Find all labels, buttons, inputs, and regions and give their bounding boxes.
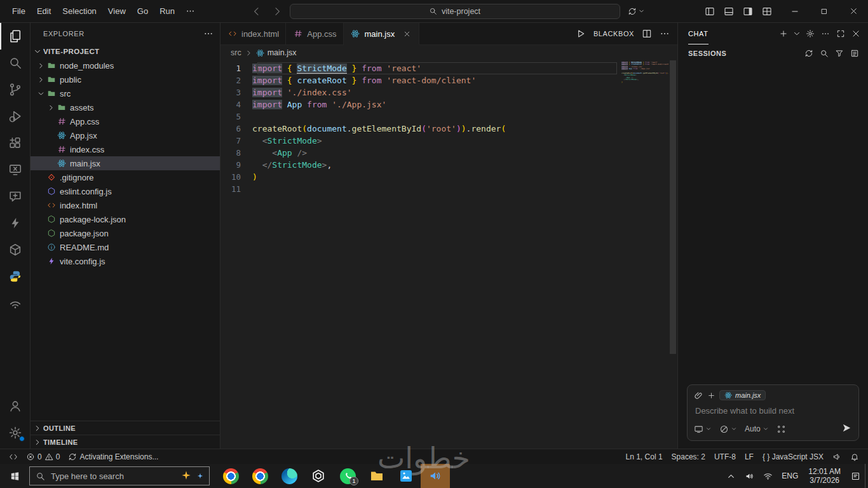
tree-item-.gitignore[interactable]: .gitignore bbox=[31, 170, 220, 184]
code-line-2[interactable]: 2import { createRoot } from 'react-dom/c… bbox=[220, 74, 677, 86]
code-line-8[interactable]: 8 <App /> bbox=[220, 147, 677, 159]
activity-files[interactable] bbox=[0, 23, 31, 50]
taskbar-search[interactable]: Type here to search bbox=[29, 466, 210, 485]
show-desktop-button[interactable] bbox=[865, 464, 868, 488]
tray-expand-button[interactable] bbox=[722, 464, 740, 488]
tree-item-index.html[interactable]: index.html bbox=[31, 198, 220, 212]
chevron-right-icon[interactable] bbox=[46, 102, 56, 112]
remote-indicator[interactable] bbox=[6, 450, 20, 464]
activity-debug[interactable] bbox=[0, 103, 31, 130]
tree-item-vite.config.js[interactable]: vite.config.js bbox=[31, 254, 220, 268]
code-line-5[interactable]: 5 bbox=[220, 111, 677, 123]
encoding[interactable]: UTF-8 bbox=[712, 450, 738, 464]
chevron-right-icon[interactable] bbox=[36, 60, 46, 71]
menu-overflow[interactable] bbox=[180, 3, 200, 20]
taskbar-app-edge[interactable] bbox=[275, 464, 304, 488]
close-panel-icon[interactable] bbox=[849, 27, 863, 41]
chat-input-box[interactable]: main.jsx Describe what to build next Aut… bbox=[687, 384, 859, 441]
activity-search[interactable] bbox=[0, 50, 31, 76]
mode-selector[interactable] bbox=[719, 424, 737, 434]
activity-chat-plus[interactable] bbox=[0, 183, 31, 210]
code-line-3[interactable]: 3import './index.css' bbox=[220, 86, 677, 98]
minimize-button[interactable] bbox=[780, 0, 810, 22]
code-line-6[interactable]: 6createRoot(document.getElementById('roo… bbox=[220, 123, 677, 135]
notifications-button[interactable] bbox=[848, 450, 862, 464]
tree-item-main.jsx[interactable]: main.jsx bbox=[31, 156, 220, 170]
run-icon[interactable] bbox=[576, 29, 586, 39]
breadcrumb-folder[interactable]: src bbox=[231, 48, 241, 57]
code-line-4[interactable]: 4import App from './App.jsx' bbox=[220, 98, 677, 111]
add-context-icon[interactable] bbox=[707, 391, 715, 400]
announcement-button[interactable] bbox=[830, 450, 844, 464]
taskbar-app-folder-app[interactable] bbox=[362, 464, 391, 488]
code-editor[interactable]: 1import { StrictMode } from 'react'2impo… bbox=[220, 60, 677, 449]
menu-run[interactable]: Run bbox=[154, 3, 180, 20]
timeline-section[interactable]: TIMELINE bbox=[31, 435, 220, 449]
toggle-secondary-sidebar-icon[interactable] bbox=[740, 3, 756, 20]
breadcrumb-file[interactable]: main.jsx bbox=[268, 48, 297, 57]
toggle-sidebar-icon[interactable] bbox=[702, 3, 718, 20]
taskbar-app-chrome-1[interactable] bbox=[216, 464, 245, 488]
status-message[interactable]: Activating Extensions... bbox=[65, 450, 161, 464]
back-arrow-icon[interactable] bbox=[249, 4, 264, 19]
menu-file[interactable]: File bbox=[6, 3, 31, 20]
activity-remote-x[interactable] bbox=[0, 156, 31, 183]
sessions-list-icon[interactable] bbox=[848, 46, 862, 60]
attach-icon[interactable] bbox=[694, 391, 703, 400]
chat-settings-icon[interactable] bbox=[803, 27, 817, 41]
tree-item-public[interactable]: public bbox=[31, 72, 220, 86]
customize-layout-icon[interactable] bbox=[759, 3, 775, 20]
taskbar-app-photos-app[interactable] bbox=[391, 464, 421, 488]
network-button[interactable] bbox=[759, 464, 777, 488]
tree-item-assets[interactable]: assets bbox=[31, 100, 220, 114]
search-sessions-icon[interactable] bbox=[817, 46, 831, 60]
tab-index.html[interactable]: index.html bbox=[220, 23, 286, 44]
split-editor-icon[interactable] bbox=[642, 29, 652, 39]
maximize-button[interactable] bbox=[810, 0, 839, 22]
project-root-row[interactable]: VITE-PROJECT bbox=[31, 44, 220, 58]
activity-bolt[interactable] bbox=[0, 210, 31, 236]
code-line-11[interactable]: 11 bbox=[220, 183, 677, 195]
chevron-down-icon[interactable] bbox=[36, 88, 46, 98]
filter-sessions-icon[interactable] bbox=[832, 46, 846, 60]
forward-arrow-icon[interactable] bbox=[269, 4, 285, 19]
activity-python[interactable] bbox=[0, 263, 31, 290]
model-selector[interactable]: Auto bbox=[745, 424, 769, 433]
chat-panel-title[interactable]: CHAT bbox=[688, 23, 709, 44]
language-indicator[interactable]: ENG bbox=[777, 464, 803, 488]
tree-item-App.jsx[interactable]: App.jsx bbox=[31, 128, 220, 142]
send-button[interactable] bbox=[841, 423, 852, 435]
taskbar-app-whatsapp[interactable]: 1 bbox=[333, 464, 362, 488]
clock[interactable]: 12:01 AM 3/7/2026 bbox=[803, 464, 846, 488]
outline-section[interactable]: OUTLINE bbox=[31, 421, 220, 435]
taskbar-app-chatgpt[interactable] bbox=[304, 464, 333, 488]
explorer-more-icon[interactable] bbox=[203, 29, 214, 39]
problems-indicator[interactable]: 0 0 bbox=[24, 450, 62, 464]
blackbox-button[interactable]: BLACKBOX bbox=[593, 30, 634, 37]
session-toggle-button[interactable] bbox=[625, 6, 648, 17]
menu-selection[interactable]: Selection bbox=[57, 3, 102, 20]
activity-git-branch[interactable] bbox=[0, 76, 31, 103]
chevron-right-icon[interactable] bbox=[36, 74, 46, 85]
language-mode[interactable]: { } JavaScript JSX bbox=[760, 450, 826, 464]
target-selector[interactable] bbox=[694, 424, 712, 434]
tree-item-eslint.config.js[interactable]: eslint.config.js bbox=[31, 184, 220, 198]
chevron-down-icon[interactable] bbox=[792, 27, 802, 41]
activity-cube[interactable] bbox=[0, 236, 31, 263]
code-line-7[interactable]: 7 <StrictMode> bbox=[220, 135, 677, 147]
breadcrumb[interactable]: src main.jsx bbox=[220, 45, 677, 60]
menu-go[interactable]: Go bbox=[132, 3, 154, 20]
tree-item-App.css[interactable]: App.css bbox=[31, 114, 220, 128]
menu-view[interactable]: View bbox=[102, 3, 132, 20]
cursor-position[interactable]: Ln 1, Col 1 bbox=[623, 450, 665, 464]
chat-more-icon[interactable] bbox=[818, 27, 832, 41]
toggle-panel-icon[interactable] bbox=[721, 3, 737, 20]
minimap[interactable]: import { StrictMode } from 'react'import… bbox=[621, 62, 668, 85]
activity-signal[interactable] bbox=[0, 290, 31, 316]
tree-item-node_modules[interactable]: node_modules bbox=[31, 58, 220, 72]
new-chat-icon[interactable] bbox=[776, 27, 790, 41]
command-center-search[interactable]: vite-project bbox=[290, 4, 620, 19]
refresh-sessions-icon[interactable] bbox=[802, 46, 816, 60]
tab-main.jsx[interactable]: main.jsx bbox=[344, 23, 420, 45]
activity-gear[interactable] bbox=[0, 419, 31, 446]
